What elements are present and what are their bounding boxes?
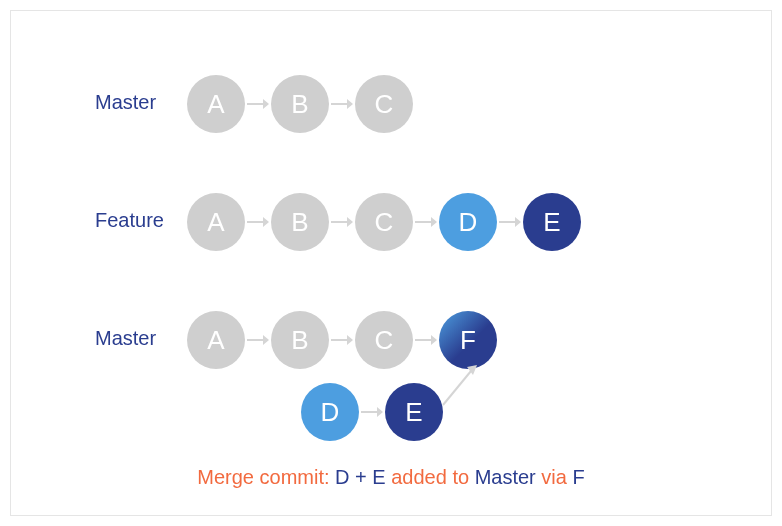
caption-text: via (536, 466, 573, 488)
caption-text: added to (386, 466, 475, 488)
commit-label: D (321, 397, 340, 428)
commit-node-c: C (355, 311, 413, 369)
caption-text: F (572, 466, 584, 488)
svg-line-20 (443, 371, 471, 405)
diagram-frame: Master A B C Feature A B C D E Master A … (10, 10, 772, 516)
commit-label: B (291, 207, 308, 238)
commit-label: D (459, 207, 478, 238)
svg-marker-1 (263, 99, 269, 109)
commit-node-d-merge: D (301, 383, 359, 441)
commit-node-b: B (271, 75, 329, 133)
arrow-icon (331, 215, 353, 229)
svg-marker-19 (377, 407, 383, 417)
commit-label: C (375, 207, 394, 238)
commit-node-c: C (355, 193, 413, 251)
commit-node-a: A (187, 75, 245, 133)
commit-label: E (543, 207, 560, 238)
arrow-icon (331, 333, 353, 347)
branch-label-master-2: Master (95, 327, 156, 350)
commit-node-e-merge: E (385, 383, 443, 441)
commit-node-a: A (187, 311, 245, 369)
commit-node-b: B (271, 193, 329, 251)
arrow-icon (499, 215, 521, 229)
merge-arrow-icon (441, 361, 481, 409)
caption-text: Master (475, 466, 536, 488)
branch-label-master-1: Master (95, 91, 156, 114)
arrow-icon (415, 333, 437, 347)
commit-node-b: B (271, 311, 329, 369)
svg-marker-3 (347, 99, 353, 109)
commit-label: A (207, 89, 224, 120)
commit-label: E (405, 397, 422, 428)
svg-marker-11 (515, 217, 521, 227)
commit-label: A (207, 207, 224, 238)
commit-label: F (460, 325, 476, 356)
commit-label: A (207, 325, 224, 356)
commit-label: C (375, 325, 394, 356)
caption-text: Merge commit: (197, 466, 335, 488)
svg-marker-13 (263, 335, 269, 345)
commit-node-d: D (439, 193, 497, 251)
svg-marker-9 (431, 217, 437, 227)
commit-node-a: A (187, 193, 245, 251)
commit-node-e: E (523, 193, 581, 251)
svg-marker-7 (347, 217, 353, 227)
arrow-icon (361, 405, 383, 419)
commit-label: B (291, 325, 308, 356)
arrow-icon (247, 215, 269, 229)
svg-marker-15 (347, 335, 353, 345)
arrow-icon (415, 215, 437, 229)
caption-text: D + E (335, 466, 386, 488)
diagram-caption: Merge commit: D + E added to Master via … (11, 466, 771, 489)
branch-label-feature: Feature (95, 209, 164, 232)
commit-node-c: C (355, 75, 413, 133)
arrow-icon (247, 333, 269, 347)
commit-label: C (375, 89, 394, 120)
svg-marker-17 (431, 335, 437, 345)
arrow-icon (247, 97, 269, 111)
arrow-icon (331, 97, 353, 111)
svg-marker-5 (263, 217, 269, 227)
commit-label: B (291, 89, 308, 120)
